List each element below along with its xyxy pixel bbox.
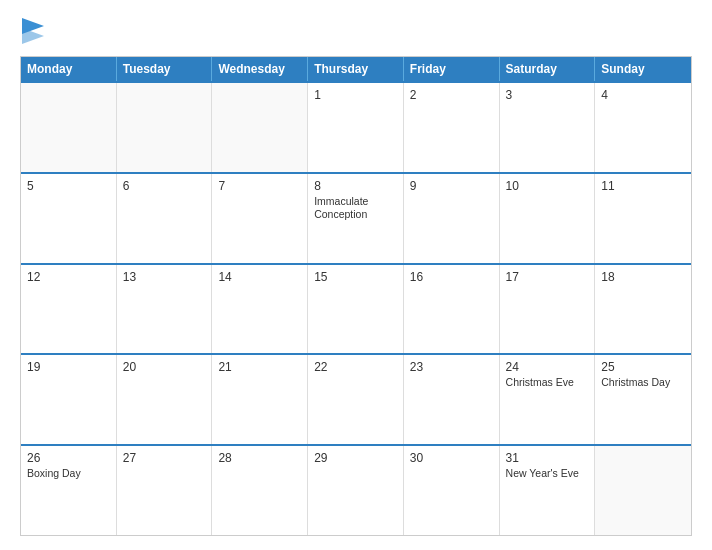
day-number: 24 <box>506 360 589 374</box>
logo <box>20 18 44 46</box>
day-number: 31 <box>506 451 589 465</box>
day-number: 27 <box>123 451 206 465</box>
calendar-cell: 27 <box>117 446 213 535</box>
calendar-body: 12345678Immaculate Conception91011121314… <box>21 81 691 535</box>
calendar-cell: 5 <box>21 174 117 263</box>
day-number: 20 <box>123 360 206 374</box>
calendar-event: Immaculate Conception <box>314 195 397 222</box>
calendar-cell: 24Christmas Eve <box>500 355 596 444</box>
calendar-event: Boxing Day <box>27 467 110 481</box>
day-number: 3 <box>506 88 589 102</box>
calendar-cell: 1 <box>308 83 404 172</box>
calendar-cell: 7 <box>212 174 308 263</box>
day-number: 25 <box>601 360 685 374</box>
day-number: 17 <box>506 270 589 284</box>
calendar-cell: 16 <box>404 265 500 354</box>
calendar-header-cell: Sunday <box>595 57 691 81</box>
day-number: 2 <box>410 88 493 102</box>
day-number: 16 <box>410 270 493 284</box>
day-number: 12 <box>27 270 110 284</box>
day-number: 18 <box>601 270 685 284</box>
calendar-event: Christmas Eve <box>506 376 589 390</box>
calendar-cell: 12 <box>21 265 117 354</box>
calendar-event: New Year's Eve <box>506 467 589 481</box>
calendar-cell: 26Boxing Day <box>21 446 117 535</box>
day-number: 1 <box>314 88 397 102</box>
calendar-cell: 23 <box>404 355 500 444</box>
calendar-cell: 28 <box>212 446 308 535</box>
day-number: 11 <box>601 179 685 193</box>
calendar-cell: 18 <box>595 265 691 354</box>
calendar-cell: 22 <box>308 355 404 444</box>
day-number: 8 <box>314 179 397 193</box>
calendar-week-5: 26Boxing Day2728293031New Year's Eve <box>21 444 691 535</box>
day-number: 19 <box>27 360 110 374</box>
day-number: 28 <box>218 451 301 465</box>
calendar-cell: 19 <box>21 355 117 444</box>
calendar-cell: 10 <box>500 174 596 263</box>
calendar-cell: 8Immaculate Conception <box>308 174 404 263</box>
calendar-week-3: 12131415161718 <box>21 263 691 354</box>
calendar-cell: 21 <box>212 355 308 444</box>
day-number: 23 <box>410 360 493 374</box>
day-number: 15 <box>314 270 397 284</box>
calendar-week-1: 1234 <box>21 81 691 172</box>
calendar-cell: 14 <box>212 265 308 354</box>
calendar-cell: 17 <box>500 265 596 354</box>
logo-icon <box>22 18 44 46</box>
calendar-week-2: 5678Immaculate Conception91011 <box>21 172 691 263</box>
day-number: 6 <box>123 179 206 193</box>
day-number: 26 <box>27 451 110 465</box>
calendar-cell: 25Christmas Day <box>595 355 691 444</box>
calendar: MondayTuesdayWednesdayThursdayFridaySatu… <box>20 56 692 536</box>
day-number: 4 <box>601 88 685 102</box>
calendar-cell: 31New Year's Eve <box>500 446 596 535</box>
calendar-cell: 13 <box>117 265 213 354</box>
svg-marker-1 <box>22 28 44 44</box>
day-number: 9 <box>410 179 493 193</box>
calendar-event: Christmas Day <box>601 376 685 390</box>
calendar-cell <box>595 446 691 535</box>
calendar-cell: 9 <box>404 174 500 263</box>
day-number: 13 <box>123 270 206 284</box>
calendar-week-4: 192021222324Christmas Eve25Christmas Day <box>21 353 691 444</box>
day-number: 29 <box>314 451 397 465</box>
calendar-cell: 6 <box>117 174 213 263</box>
calendar-header-cell: Monday <box>21 57 117 81</box>
calendar-header-cell: Friday <box>404 57 500 81</box>
day-number: 5 <box>27 179 110 193</box>
day-number: 10 <box>506 179 589 193</box>
calendar-cell: 15 <box>308 265 404 354</box>
day-number: 7 <box>218 179 301 193</box>
calendar-header-cell: Saturday <box>500 57 596 81</box>
calendar-header-cell: Thursday <box>308 57 404 81</box>
calendar-cell: 30 <box>404 446 500 535</box>
calendar-cell <box>117 83 213 172</box>
calendar-cell: 11 <box>595 174 691 263</box>
calendar-cell: 29 <box>308 446 404 535</box>
calendar-page: MondayTuesdayWednesdayThursdayFridaySatu… <box>0 0 712 550</box>
day-number: 22 <box>314 360 397 374</box>
calendar-cell <box>21 83 117 172</box>
calendar-cell: 20 <box>117 355 213 444</box>
day-number: 21 <box>218 360 301 374</box>
calendar-header-row: MondayTuesdayWednesdayThursdayFridaySatu… <box>21 57 691 81</box>
day-number: 14 <box>218 270 301 284</box>
day-number: 30 <box>410 451 493 465</box>
calendar-cell: 4 <box>595 83 691 172</box>
calendar-header-cell: Tuesday <box>117 57 213 81</box>
calendar-cell <box>212 83 308 172</box>
calendar-cell: 2 <box>404 83 500 172</box>
page-header <box>20 18 692 46</box>
calendar-header-cell: Wednesday <box>212 57 308 81</box>
calendar-cell: 3 <box>500 83 596 172</box>
